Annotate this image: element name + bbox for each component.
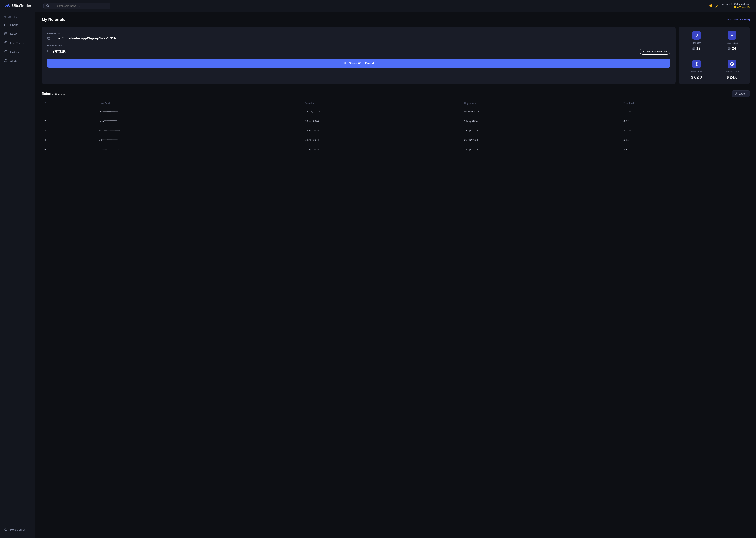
sidebar-item-history[interactable]: History [0, 48, 35, 57]
page-header: My Referrals %30 Profit Sharing [42, 17, 750, 22]
pending-profit-value: $ 24.0 [727, 75, 737, 80]
row-email: Phi**************** [96, 145, 302, 154]
request-custom-code-button[interactable]: Request Custom Code [639, 49, 670, 55]
pending-profit-label: Pending Profit [725, 70, 739, 73]
sidebar-item-live-trades-label: Live Trades [10, 41, 24, 45]
pending-profit-amount: $ 24.0 [727, 75, 737, 80]
row-profit: $ 4.0 [621, 145, 750, 154]
table-row: 1 Joh*************** 02 May 2024 02 May … [42, 107, 750, 116]
total-profit-label: Total Profit [691, 70, 702, 73]
search-input[interactable] [56, 4, 107, 7]
profit-sharing-badge: %30 Profit Sharing [727, 18, 750, 21]
svg-point-6 [5, 42, 7, 43]
svg-point-8 [5, 528, 7, 530]
total-profit-icon-bg [692, 60, 701, 68]
svg-rect-2 [6, 24, 6, 26]
referral-link-url: https://ultratrader.app/Signup?=YRTS1R [52, 36, 117, 40]
help-icon [4, 527, 8, 532]
referrers-table: # User Email Joined at Upgraded at Your … [42, 100, 750, 154]
stat-total-profit: Total Profit $ 62.0 [679, 55, 714, 84]
row-email: Jam************* [96, 116, 302, 126]
row-joined: 02 May 2024 [302, 107, 461, 116]
row-joined: 28 Apr 2024 [302, 126, 461, 135]
light-mode-button[interactable]: ☀️ [709, 4, 713, 8]
profit-sharing-label: Profit Sharing [733, 18, 750, 21]
svg-rect-11 [48, 51, 50, 53]
search-area [43, 3, 700, 9]
copy-link-icon[interactable] [47, 37, 50, 40]
stat-pending-profit: Pending Profit $ 24.0 [714, 55, 750, 84]
export-button[interactable]: Export [732, 90, 750, 97]
referral-code-left: YRTS1R [47, 50, 66, 54]
row-profit: $ 8.0 [621, 116, 750, 126]
svg-rect-10 [48, 38, 50, 40]
sidebar-spacer [0, 66, 35, 525]
header-controls: ☀️ 🌙 warrenbuffet@ultratrader.app UltraT… [703, 3, 751, 9]
referrers-section: Referrers Lists Export # User Email Join… [42, 90, 750, 154]
col-upgraded: Upgraded at [461, 100, 621, 107]
logo-area: UltraTrader [5, 3, 40, 9]
sign-ups-icon-bg [692, 31, 701, 40]
export-label: Export [739, 92, 746, 95]
table-header: # User Email Joined at Upgraded at Your … [42, 100, 750, 107]
row-num: 3 [42, 126, 96, 135]
nav-menu: Charts News Live Trades [0, 21, 35, 66]
row-num: 2 [42, 116, 96, 126]
row-num: 5 [42, 145, 96, 154]
row-num: 4 [42, 135, 96, 145]
sign-ups-value-row: 12 [692, 46, 700, 51]
search-wrapper[interactable] [43, 3, 110, 9]
sidebar-item-news[interactable]: News [0, 29, 35, 39]
dark-mode-button[interactable]: 🌙 [714, 4, 718, 8]
sidebar-item-alerts[interactable]: Alerts [0, 57, 35, 66]
help-center-label: Help Center [10, 528, 25, 531]
referral-link-label: Referral Link [47, 32, 670, 35]
live-trades-icon [4, 41, 8, 45]
user-email: warrenbuffet@ultratrader.app [721, 3, 751, 6]
referral-area: Referral Link https://ultratrader.app/Si… [42, 27, 750, 84]
filter-button[interactable] [703, 4, 706, 8]
profit-percent: %30 [727, 18, 732, 21]
svg-rect-3 [7, 23, 8, 26]
main-content: My Referrals %30 Profit Sharing Referral… [35, 12, 756, 538]
sidebar-item-alerts-label: Alerts [10, 60, 17, 63]
col-email: User Email [96, 100, 302, 107]
table-row: 4 Vic**************** 28 Apr 2024 29 Apr… [42, 135, 750, 145]
row-upgraded: 27 Apr 2024 [461, 145, 621, 154]
sidebar-item-charts[interactable]: Charts [0, 21, 35, 29]
sidebar-item-live-trades[interactable]: Live Trades [0, 39, 35, 48]
app-name: UltraTrader [12, 4, 31, 8]
row-email: Joh*************** [96, 107, 302, 116]
help-center-item[interactable]: Help Center [0, 525, 35, 534]
header: UltraTrader ☀️ 🌙 warrenbuffet@ultratrade… [0, 0, 756, 12]
pending-profit-icon-bg [728, 60, 736, 68]
total-sales-label: Total Sales [726, 41, 738, 44]
charts-icon [4, 23, 8, 27]
referral-link-section: Referral Link https://ultratrader.app/Si… [47, 32, 670, 40]
sidebar-item-charts-label: Charts [10, 24, 18, 27]
row-profit: $ 8.0 [621, 135, 750, 145]
stat-sign-ups: Sign Ups 12 [679, 27, 714, 55]
sign-ups-label: Sign Ups [692, 41, 701, 44]
menu-label: Menu Items [0, 16, 35, 18]
page-title: My Referrals [42, 17, 65, 22]
table-row: 3 Max**************** 28 Apr 2024 28 Apr… [42, 126, 750, 135]
share-btn-label: Share With Friend [349, 62, 374, 65]
svg-point-9 [6, 530, 6, 530]
copy-code-icon[interactable] [47, 50, 50, 54]
referral-link-row: https://ultratrader.app/Signup?=YRTS1R [47, 36, 670, 40]
row-joined: 30 Apr 2024 [302, 116, 461, 126]
row-upgraded: 28 Apr 2024 [461, 126, 621, 135]
row-email: Vic**************** [96, 135, 302, 145]
total-sales-value-row: 24 [728, 46, 736, 51]
search-icon [46, 4, 49, 8]
referral-code-row: YRTS1R Request Custom Code [47, 49, 670, 55]
row-upgraded: 1 May 2024 [461, 116, 621, 126]
row-upgraded: 02 May 2024 [461, 107, 621, 116]
share-with-friend-button[interactable]: Share With Friend [47, 59, 670, 68]
row-email: Max**************** [96, 126, 302, 135]
theme-toggle[interactable]: ☀️ 🌙 [709, 4, 718, 8]
referral-code-section: Referral Code YRTS1R Request Custom [47, 44, 670, 55]
sidebar-item-history-label: History [10, 51, 19, 54]
referral-code-label: Referral Code [47, 44, 670, 47]
